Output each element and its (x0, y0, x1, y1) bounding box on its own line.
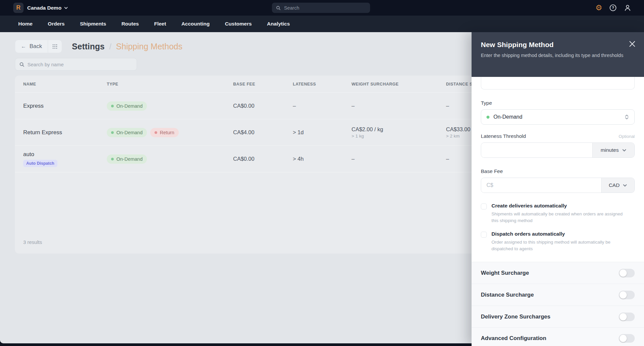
advanced-configuration-toggle[interactable] (619, 334, 635, 343)
nav-shipments[interactable]: Shipments (72, 21, 114, 27)
nav-analytics[interactable]: Analytics (259, 21, 297, 27)
back-button-group: ← Back (15, 40, 62, 53)
section-label: Delivery Zone Surcharges (481, 314, 550, 320)
name-field-partial[interactable] (481, 77, 635, 89)
lateness-threshold-input[interactable] (481, 143, 592, 157)
help-icon[interactable]: ? (609, 4, 617, 12)
method-name-cell: auto Auto Dispatch (23, 151, 107, 167)
create-deliveries-checkbox[interactable] (481, 203, 487, 209)
search-by-name-input[interactable] (28, 62, 133, 67)
lateness-value: > 4h (293, 156, 352, 162)
dispatch-orders-checkbox[interactable] (481, 232, 487, 238)
settings-gear-icon[interactable]: ⚙ (595, 4, 602, 12)
nav-accounting[interactable]: Accounting (174, 21, 217, 27)
toggle-knob (619, 269, 627, 277)
nav-home[interactable]: Home (11, 21, 40, 27)
toggle-knob (619, 335, 627, 342)
grip-dots-icon (52, 44, 57, 49)
type-badge: On-Demand (107, 154, 147, 164)
table-search[interactable] (15, 58, 137, 71)
chevron-down-icon (623, 183, 627, 188)
base-fee-input[interactable] (481, 178, 601, 193)
page-header: ← Back Settings / Shipping Methods (15, 40, 182, 53)
checkbox-help: Order assigned to this shipping method w… (491, 239, 627, 252)
on-demand-dot (486, 116, 489, 119)
lateness-input-group: minutes (481, 143, 635, 158)
type-badge-label: On-Demand (116, 130, 143, 135)
nav-orders[interactable]: Orders (40, 21, 72, 27)
unit-value: minutes (601, 147, 618, 153)
status-dot (155, 131, 157, 134)
org-switcher[interactable]: Canada Demo (27, 0, 68, 16)
col-base-fee: BASE FEE (233, 82, 293, 86)
section-weight-surcharge: Weight Surcharge (472, 262, 644, 284)
type-label: Type (481, 100, 635, 106)
drawer-header: New Shipping Method Enter the shipping m… (472, 32, 644, 77)
page-title: Shipping Methods (116, 42, 182, 51)
grip-menu-button[interactable] (48, 44, 62, 49)
nav-routes[interactable]: Routes (114, 21, 147, 27)
topbar-actions: ⚙ ? (595, 0, 631, 16)
status-dot (111, 131, 114, 134)
new-shipping-method-drawer: New Shipping Method Enter the shipping m… (472, 32, 644, 346)
select-chevrons-icon (624, 114, 629, 120)
lateness-threshold-label: Lateness Threshold (481, 133, 526, 139)
col-name: NAME (23, 82, 107, 86)
create-deliveries-option: Create deliveries automatically Shipment… (481, 203, 635, 224)
return-badge: Return (150, 128, 179, 137)
weight-surcharge-toggle[interactable] (619, 269, 635, 277)
lateness-value: > 1d (293, 129, 352, 136)
type-badge: On-Demand (107, 101, 147, 111)
section-label: Weight Surcharge (481, 270, 529, 276)
optional-hint: Optional (619, 134, 635, 139)
base-fee-value: CA$0.00 (233, 156, 293, 162)
close-icon[interactable] (629, 41, 635, 47)
type-select[interactable]: On-Demand (481, 109, 635, 125)
col-lateness: LATENESS (293, 82, 352, 86)
col-weight-surcharge: WEIGHT SURCHARGE (352, 82, 446, 86)
type-badge-label: On-Demand (116, 156, 143, 162)
distance-surcharge-toggle[interactable] (619, 291, 635, 299)
method-name: Express (23, 103, 107, 109)
nav-fleet[interactable]: Fleet (147, 21, 174, 27)
chevron-down-icon (64, 6, 68, 10)
top-app-bar: R Canada Demo ⚙ ? (0, 0, 644, 16)
base-fee-input-group: CAD (481, 178, 635, 193)
global-search[interactable] (272, 3, 370, 13)
auto-dispatch-badge: Auto Dispatch (23, 160, 57, 167)
results-count: 3 results (23, 239, 42, 245)
global-search-input[interactable] (284, 5, 366, 11)
breadcrumb: Settings / Shipping Methods (72, 42, 182, 51)
checkbox-label[interactable]: Dispatch orders automatically (491, 231, 627, 237)
weight-surcharge-value: – (352, 103, 446, 109)
checkbox-label[interactable]: Create deliveries automatically (491, 203, 627, 209)
drawer-subtitle: Enter the shipping method details, inclu… (481, 52, 627, 59)
delivery-zone-surcharges-toggle[interactable] (619, 313, 635, 321)
method-name: Return Express (23, 129, 107, 136)
currency-select[interactable]: CAD (601, 178, 634, 193)
back-button[interactable]: ← Back (15, 43, 48, 50)
chevron-down-icon (622, 148, 626, 152)
arrow-left-icon: ← (21, 43, 26, 49)
weight-surcharge-cell: CA$2.00 / kg > 1 kg (352, 126, 446, 139)
base-fee-label: Base Fee (481, 168, 635, 174)
drawer-title: New Shipping Method (481, 41, 635, 49)
method-name: auto (23, 151, 107, 158)
search-icon (276, 5, 281, 11)
weight-surcharge-value: – (352, 156, 446, 162)
base-fee-value: CA$0.00 (233, 103, 293, 109)
drawer-toggle-sections: Weight Surcharge Distance Surcharge Deli… (472, 262, 644, 346)
status-dot (111, 105, 114, 107)
primary-nav: Home Orders Shipments Routes Fleet Accou… (0, 16, 644, 32)
app-logo[interactable]: R (13, 3, 24, 13)
user-icon[interactable] (624, 4, 631, 12)
weight-surcharge-value: CA$2.00 / kg (352, 126, 446, 133)
svg-text:?: ? (612, 6, 614, 10)
section-label: Advanced Configuration (481, 335, 546, 342)
nav-customers[interactable]: Customers (217, 21, 259, 27)
breadcrumb-settings[interactable]: Settings (72, 42, 105, 51)
return-badge-label: Return (160, 130, 174, 135)
toggle-knob (619, 313, 627, 320)
lateness-unit-select[interactable]: minutes (592, 143, 634, 157)
lateness-value: – (293, 103, 352, 109)
